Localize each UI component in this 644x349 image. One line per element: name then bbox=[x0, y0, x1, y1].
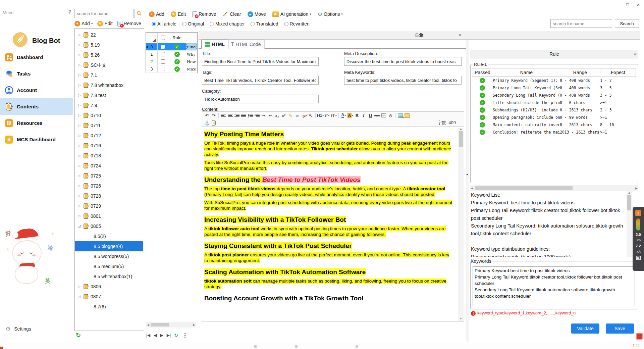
paste-icon[interactable] bbox=[210, 120, 217, 126]
panel-splitter[interactable]: ◂ bbox=[466, 40, 469, 342]
scrollbar-thumb[interactable] bbox=[151, 323, 169, 327]
insert-image-icon[interactable] bbox=[397, 112, 404, 119]
tree-remove-button[interactable]: Remove bbox=[117, 21, 141, 27]
move-button[interactable]: ▸Move bbox=[248, 11, 266, 17]
eraser-icon[interactable]: ⊘ bbox=[387, 112, 394, 119]
prev-page-button[interactable]: ◀ bbox=[154, 333, 157, 338]
pointer-icon[interactable]: ↖ bbox=[307, 112, 314, 119]
outdent-icon[interactable]: ⇤ bbox=[267, 112, 274, 119]
tree-item[interactable]: SC中文 bbox=[75, 60, 144, 70]
tree-item[interactable]: 0801 bbox=[75, 211, 144, 221]
tree-expander-icon[interactable] bbox=[78, 161, 83, 171]
rule-row[interactable]: Opening paragraph: include on... 0 - 99 … bbox=[472, 114, 636, 121]
article-row[interactable]: 1 Why bbox=[146, 51, 197, 58]
rule-row[interactable]: Primary Keyword (Segment 1): ... 0 - 408… bbox=[472, 77, 636, 84]
align-center-icon[interactable] bbox=[227, 112, 233, 119]
sidebar-item-contents[interactable]: Contents bbox=[0, 98, 73, 115]
strikethrough-icon[interactable]: ABC bbox=[374, 112, 380, 119]
tree-item[interactable]: 0805 bbox=[75, 221, 144, 231]
rule-row[interactable]: Title should include the prim... 0 - 0 c… bbox=[472, 99, 636, 106]
tree-item[interactable]: 0724 bbox=[75, 161, 144, 171]
rule-row[interactable]: Secondary Long Tail Keyword (... 0 - 408… bbox=[472, 92, 636, 99]
tree-item[interactable]: 7.1 bbox=[75, 70, 144, 80]
rule-row[interactable]: Subheadings (H2/H3): include ... 0 - 261… bbox=[472, 106, 636, 114]
superscript-icon[interactable]: x² bbox=[280, 112, 287, 119]
underline-icon[interactable]: U bbox=[367, 112, 374, 119]
tree-item[interactable]: 8.5(2) bbox=[75, 231, 144, 241]
tree-expander-icon[interactable] bbox=[78, 131, 83, 141]
tree-expander-icon[interactable] bbox=[78, 221, 83, 231]
sidebar-item-mcs-dashboard[interactable]: MCS Dashboard bbox=[0, 131, 73, 148]
tree-item[interactable]: 0725 bbox=[75, 171, 144, 181]
tree-item[interactable]: 0710 bbox=[75, 110, 144, 120]
tab-html[interactable]: HTML HTML bbox=[201, 40, 228, 49]
tree-expander-icon[interactable] bbox=[78, 191, 83, 201]
link-icon[interactable]: ∞ bbox=[294, 112, 301, 119]
undo-icon[interactable]: ↶ bbox=[204, 112, 210, 119]
tree-item[interactable]: 0726 bbox=[75, 181, 144, 191]
tree-item[interactable]: 5.26 bbox=[75, 50, 144, 60]
radio-rewritten[interactable] bbox=[284, 22, 288, 26]
tree-expander-icon[interactable] bbox=[78, 171, 83, 181]
tree-item[interactable]: 22 bbox=[75, 30, 144, 40]
tree-item[interactable]: 7.9 bbox=[75, 100, 144, 110]
row-checkbox[interactable] bbox=[161, 59, 165, 64]
scroll-left-icon[interactable]: ◀ bbox=[471, 187, 473, 190]
net-speed-widget[interactable]: 2 2.0 ↑K/s 7.2 ↓K/s bbox=[633, 207, 644, 271]
tree-item[interactable]: 8.5 blogger(4) bbox=[75, 241, 143, 251]
tree-expander-icon[interactable] bbox=[78, 282, 83, 292]
italic-icon[interactable]: I bbox=[360, 112, 367, 119]
header-checkbox[interactable] bbox=[161, 36, 165, 40]
tree-expander-icon[interactable] bbox=[78, 110, 83, 120]
article-search-input[interactable] bbox=[550, 19, 612, 28]
table-grid-icon[interactable] bbox=[380, 112, 387, 119]
floating-app-icon[interactable] bbox=[636, 333, 643, 340]
filter-original[interactable]: Original bbox=[182, 21, 204, 27]
tree-expander-icon[interactable] bbox=[78, 120, 83, 131]
radio-translated[interactable] bbox=[251, 22, 255, 26]
tree-item[interactable]: 8.5 medium(5) bbox=[75, 261, 144, 271]
tags-field[interactable] bbox=[202, 76, 319, 85]
tree-item[interactable]: 0712 bbox=[75, 131, 144, 141]
keyword-vertical-scrollbar[interactable]: ▲ bbox=[627, 191, 632, 257]
pin-icon[interactable] bbox=[67, 10, 72, 15]
insert-media-icon[interactable] bbox=[404, 112, 410, 119]
clear-button[interactable]: Clear bbox=[222, 11, 241, 17]
filter-mixed-chapter[interactable]: Mixed chapter bbox=[210, 21, 245, 27]
radio-all-article[interactable] bbox=[152, 22, 156, 26]
meta-keywords-field[interactable] bbox=[344, 76, 462, 85]
remove-button[interactable]: Remove bbox=[192, 11, 216, 17]
tree-expander-icon[interactable] bbox=[78, 100, 83, 110]
anchor-icon[interactable]: ⚓ bbox=[204, 120, 210, 126]
content-vertical-scrollbar[interactable]: ▲ ▼ bbox=[458, 128, 464, 321]
ai-generation-button[interactable]: AiAI generation▾ bbox=[272, 11, 311, 17]
tree-expander-icon[interactable] bbox=[78, 70, 83, 80]
tree-expander-icon[interactable] bbox=[78, 80, 83, 90]
tree-item[interactable]: 8.5 wordpress(5) bbox=[75, 251, 144, 261]
article-row[interactable]: ▶0 Find bbox=[146, 43, 197, 51]
sidebar-item-tasks[interactable]: Tasks bbox=[0, 65, 73, 82]
resize-grip[interactable] bbox=[183, 333, 186, 338]
title-field[interactable] bbox=[202, 57, 319, 66]
tree-expander-icon[interactable] bbox=[78, 60, 83, 70]
sidebar-item-account[interactable]: Account bbox=[0, 82, 73, 98]
align-justify-icon[interactable] bbox=[240, 112, 247, 119]
tree-search-input[interactable] bbox=[74, 9, 133, 18]
font-size-icon[interactable]: tT▾ bbox=[330, 112, 337, 119]
collapse-panel-icon[interactable]: » bbox=[459, 32, 461, 37]
validate-button[interactable]: Validate bbox=[571, 323, 599, 334]
tree-expander-icon[interactable] bbox=[78, 40, 83, 50]
row-checkbox[interactable] bbox=[161, 52, 165, 56]
subscript-icon[interactable]: x₂ bbox=[274, 112, 280, 119]
tree-item[interactable]: 0728 bbox=[75, 191, 144, 201]
tree-expander-icon[interactable] bbox=[78, 201, 83, 211]
tree-item[interactable]: 7.8 test bbox=[75, 90, 144, 100]
tree-item[interactable]: 0718 bbox=[75, 151, 144, 161]
tree-expander-icon[interactable] bbox=[78, 151, 83, 161]
sidebar-item-resources[interactable]: Resources bbox=[0, 115, 73, 131]
heading-icon[interactable]: H1▾ bbox=[317, 112, 324, 119]
last-page-button[interactable]: ▶| bbox=[167, 333, 171, 338]
rule-row[interactable]: Primary Long Tail Keyword (Se... 0 - 408… bbox=[472, 84, 636, 92]
tree-item[interactable]: 7.8 whitehatbox bbox=[75, 80, 144, 90]
tree-edit-button[interactable]: ✎Edit bbox=[97, 21, 112, 27]
